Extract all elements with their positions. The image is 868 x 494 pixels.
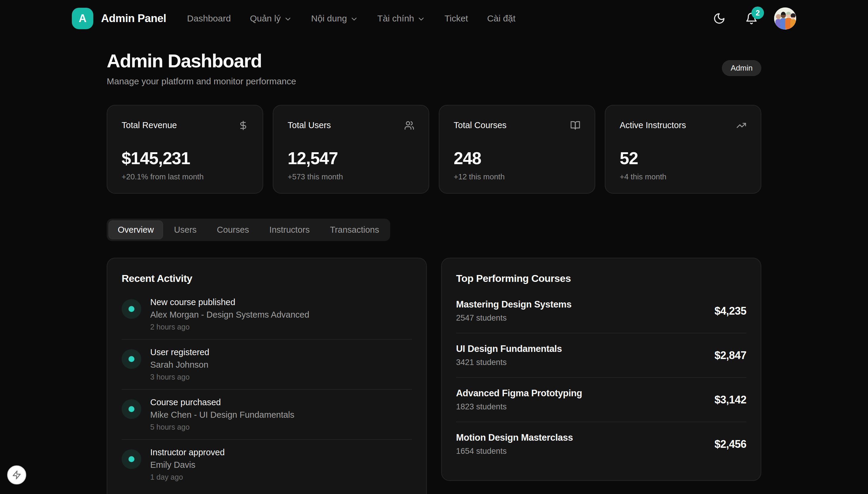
activity-item: User registered Sarah Johnson 3 hours ag… [121,339,412,389]
users-icon [404,120,414,132]
zap-icon [12,470,21,480]
dollar-icon [238,120,248,132]
top-navbar: A Admin Panel Dashboard Quản lý Nội dung… [0,0,868,37]
tab-overview[interactable]: Overview [109,221,163,239]
nav-item-cai-dat[interactable]: Cài đặt [487,14,515,23]
stat-change: +573 this month [288,172,414,182]
activity-item: New course published Alex Morgan - Desig… [121,290,412,339]
avatar-image [774,7,796,30]
user-avatar[interactable] [774,7,796,30]
stat-value: 52 [620,148,747,168]
course-revenue: $4,235 [715,305,747,317]
stat-card-total-users: Total Users 12,547 +573 this month [273,105,429,194]
admin-dashboard-screen: A Admin Panel Dashboard Quản lý Nội dung… [0,0,868,494]
activity-detail: Emily Davis [150,460,225,470]
course-revenue: $2,456 [715,438,747,451]
stat-value: $145,231 [121,148,248,168]
stat-label: Total Users [288,120,331,130]
course-revenue: $2,847 [715,349,747,362]
activity-detail: Sarah Johnson [150,360,209,370]
nav-item-tai-chinh[interactable]: Tài chính [377,14,426,23]
brand-logo-letter: A [79,12,87,25]
book-open-icon [570,120,580,132]
moon-icon [713,12,725,25]
activity-item: Course purchased Mike Chen - UI Design F… [121,389,412,439]
activity-dot-icon [121,299,141,319]
course-students: 2547 students [456,314,571,323]
chevron-down-icon [417,15,426,23]
chevron-down-icon [350,15,358,23]
course-item: Mastering Design Systems 2547 students $… [456,289,747,333]
tabs-bar: Overview Users Courses Instructors Trans… [107,219,390,241]
tab-courses[interactable]: Courses [208,221,258,239]
tab-transactions[interactable]: Transactions [321,221,388,239]
activity-list: New course published Alex Morgan - Desig… [121,290,412,489]
activity-dot-icon [121,449,141,469]
notification-badge: 2 [752,6,764,19]
admin-role-badge: Admin [722,60,761,76]
stat-change: +4 this month [620,172,747,182]
stat-label: Total Courses [454,120,506,130]
page-header: Admin Dashboard Manage your platform and… [107,50,761,87]
activity-time: 3 hours ago [150,373,209,381]
stat-value: 12,547 [288,148,414,168]
panels-row: Recent Activity New course published Ale… [107,258,761,494]
course-item: Motion Design Masterclass 1654 students … [456,422,747,466]
course-name: Mastering Design Systems [456,299,571,310]
activity-detail: Alex Morgan - Design Systems Advanced [150,310,309,320]
course-students: 1823 students [456,402,582,412]
stat-card-active-instructors: Active Instructors 52 +4 this month [605,105,761,194]
course-students: 3421 students [456,358,562,367]
nav-item-noi-dung[interactable]: Nội dung [311,14,358,23]
notifications-button[interactable]: 2 [742,9,761,28]
top-courses-title: Top Performing Courses [456,273,747,284]
course-item: Advanced Figma Prototyping 1823 students… [456,377,747,422]
theme-toggle-button[interactable] [710,9,729,28]
recent-activity-title: Recent Activity [121,273,412,284]
course-name: UI Design Fundamentals [456,344,562,354]
trending-up-icon [736,120,747,132]
top-courses-panel: Top Performing Courses Mastering Design … [441,258,761,481]
stat-change: +12 this month [454,172,580,182]
activity-time: 5 hours ago [150,423,295,432]
stat-label: Total Revenue [121,120,177,130]
course-list: Mastering Design Systems 2547 students $… [456,289,747,466]
course-students: 1654 students [456,446,573,456]
stat-change: +20.1% from last month [121,172,248,182]
chevron-down-icon [284,15,292,23]
activity-detail: Mike Chen - UI Design Fundamentals [150,410,295,420]
activity-item: Instructor approved Emily Davis 1 day ag… [121,439,412,489]
nav-item-ticket[interactable]: Ticket [445,14,468,23]
activity-time: 1 day ago [150,473,225,481]
activity-title: Instructor approved [150,448,225,457]
course-name: Advanced Figma Prototyping [456,388,582,399]
page-subtitle: Manage your platform and monitor perform… [107,76,296,87]
activity-time: 2 hours ago [150,323,309,331]
main-content: Admin Dashboard Manage your platform and… [107,50,761,494]
activity-dot-icon [121,349,141,369]
brand-logo: A [72,8,93,29]
brand[interactable]: A Admin Panel [72,8,166,29]
tab-instructors[interactable]: Instructors [261,221,319,239]
course-revenue: $3,142 [715,394,747,406]
page-title: Admin Dashboard [107,50,296,72]
brand-title: Admin Panel [101,12,166,25]
nav-item-quan-ly[interactable]: Quản lý [250,14,292,23]
tab-users[interactable]: Users [165,221,206,239]
course-item: UI Design Fundamentals 3421 students $2,… [456,333,747,377]
course-name: Motion Design Masterclass [456,432,573,443]
activity-title: New course published [150,297,309,307]
recent-activity-panel: Recent Activity New course published Ale… [107,258,427,494]
activity-dot-icon [121,399,141,419]
nav-item-dashboard[interactable]: Dashboard [187,14,231,23]
stat-card-total-courses: Total Courses 248 +12 this month [439,105,595,194]
activity-title: Course purchased [150,397,295,407]
stats-grid: Total Revenue $145,231 +20.1% from last … [107,105,761,194]
stat-card-total-revenue: Total Revenue $145,231 +20.1% from last … [107,105,263,194]
stat-value: 248 [454,148,580,168]
activity-title: User registered [150,347,209,357]
dev-tools-button[interactable] [7,466,26,484]
nav-actions: 2 [710,7,796,30]
stat-label: Active Instructors [620,120,686,130]
main-nav: Dashboard Quản lý Nội dung Tài chính Tic… [187,14,516,23]
